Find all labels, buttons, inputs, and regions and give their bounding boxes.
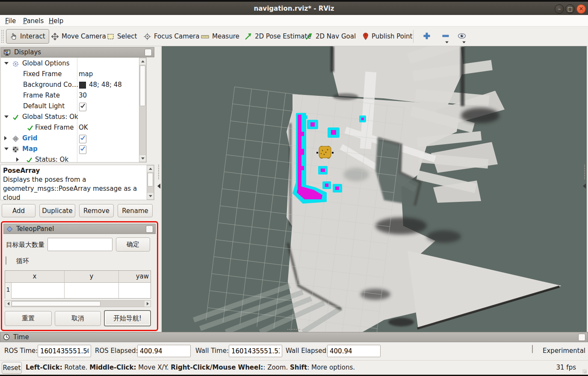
remove-tool-dropdown-icon[interactable] [445, 41, 449, 44]
description-line: geometry_msgs::PoseArray message as a cl… [3, 184, 144, 200]
duplicate-button[interactable]: Duplicate [39, 204, 75, 217]
expander-icon[interactable] [4, 62, 9, 65]
max-goal-input[interactable] [47, 238, 112, 251]
scroll-up-icon[interactable] [139, 58, 146, 65]
row-header[interactable]: 1 [5, 283, 12, 299]
start-navigation-button[interactable]: 开始导航! [104, 310, 151, 326]
loop-label: 循环 [16, 257, 29, 265]
expander-icon[interactable] [16, 157, 19, 162]
tool-2d-nav-goal[interactable]: 2D Nav Goal [302, 29, 359, 44]
close-icon[interactable]: ✕ [576, 4, 586, 14]
select-icon [107, 33, 114, 40]
add-tool-button[interactable] [421, 30, 433, 42]
expander-icon[interactable] [4, 148, 9, 150]
eye-icon [458, 33, 466, 39]
tree-row-grid[interactable]: Grid [1, 133, 146, 144]
column-header-yaw[interactable]: yaw [119, 272, 149, 280]
reset-time-button[interactable]: Reset [2, 362, 22, 374]
toolbar-drag-handle[interactable] [1, 30, 4, 43]
wall-elapsed-input[interactable] [327, 345, 381, 357]
right-splitter-collapse-icon[interactable] [583, 184, 586, 189]
scrollbar-thumb[interactable] [148, 173, 153, 187]
window-title: navigation.rviz* - RViz [0, 5, 588, 12]
frame-rate-value[interactable]: 30 [79, 92, 87, 99]
tree-row-fixed-frame-status[interactable]: Fixed Frame OK [1, 123, 146, 133]
wall-time-label: Wall Time: [195, 347, 229, 355]
right-splitter-handle[interactable] [584, 165, 585, 179]
reset-goals-button[interactable]: 重置 [5, 311, 52, 326]
tree-row-frame-rate[interactable]: Frame Rate 30 [1, 91, 146, 101]
tree-row-default-light[interactable]: Default Light [1, 101, 146, 112]
menu-help[interactable]: Help [46, 16, 66, 26]
minimize-icon[interactable]: – [555, 4, 564, 14]
scroll-left-icon[interactable] [5, 301, 11, 307]
goal-table-hscrollbar[interactable] [5, 300, 151, 307]
scrollbar-thumb[interactable] [140, 65, 145, 106]
column-header-x[interactable]: x [5, 272, 64, 280]
experimental-checkbox[interactable] [532, 345, 533, 353]
resize-grip[interactable] [582, 369, 587, 373]
tree-row-global-options[interactable]: Global Options [1, 59, 146, 69]
scroll-down-icon[interactable] [147, 193, 154, 199]
description-panel: PoseArray Displays the poses from a geom… [0, 165, 154, 200]
tree-row-map-status[interactable]: Status: Ok [1, 155, 146, 163]
tree-row-map[interactable]: Map [1, 144, 146, 155]
tree-row-global-status[interactable]: Global Status: Ok [1, 112, 146, 123]
tool-move-camera[interactable]: Move Camera [48, 29, 109, 44]
color-swatch[interactable] [79, 82, 86, 89]
tree-row-fixed-frame[interactable]: Fixed Frame map [1, 69, 146, 80]
default-light-checkbox[interactable] [79, 103, 86, 111]
tool-properties-button[interactable] [456, 30, 468, 42]
maximize-icon[interactable]: □ [565, 4, 575, 14]
confirm-button[interactable]: 确定 [116, 237, 150, 252]
time-float-button[interactable] [578, 334, 585, 341]
render-view[interactable] [162, 46, 587, 332]
ros-time-input[interactable] [38, 345, 91, 357]
tool-properties-dropdown-icon[interactable] [462, 41, 466, 44]
add-button[interactable]: Add [2, 204, 35, 217]
grid-checkbox[interactable] [79, 135, 86, 143]
tool-publish-point[interactable]: Publish Point [359, 29, 416, 44]
left-splitter-handle[interactable] [158, 165, 159, 179]
column-header-y[interactable]: y [65, 272, 118, 280]
focus-icon [144, 33, 151, 40]
left-splitter-collapse-icon[interactable] [157, 184, 160, 189]
wall-time-input[interactable] [229, 345, 282, 357]
fps-counter: 31 fps [556, 364, 576, 371]
ros-elapsed-input[interactable] [137, 345, 191, 357]
scroll-down-icon[interactable] [139, 155, 146, 162]
scrollbar-thumb[interactable] [12, 301, 100, 306]
rename-button[interactable]: Rename [118, 204, 153, 217]
teleop-panel-highlight: TeleopPanel 目标最大数量 确定 循环 x y yaw 1 重置 取消… [1, 221, 158, 331]
goal-table[interactable]: x y yaw 1 [5, 270, 151, 299]
description-scrollbar[interactable] [147, 165, 154, 200]
fixed-frame-value[interactable]: map [79, 70, 93, 78]
displays-float-button[interactable] [145, 49, 152, 56]
time-panel-header[interactable]: Time [0, 332, 588, 342]
scroll-right-icon[interactable] [145, 301, 151, 307]
expander-icon[interactable] [4, 115, 9, 118]
cancel-button[interactable]: 取消 [55, 311, 101, 326]
expander-icon[interactable] [4, 136, 7, 140]
tool-select[interactable]: Select [103, 29, 140, 44]
grid-icon [12, 135, 19, 142]
displays-scrollbar[interactable] [139, 58, 146, 162]
tool-focus-camera[interactable]: Focus Camera [140, 29, 203, 44]
tool-measure[interactable]: Measure [198, 29, 243, 44]
teleop-panel-header[interactable]: TeleopPanel [3, 224, 156, 234]
menu-panels[interactable]: Panels [21, 16, 46, 26]
time-panel: ROS Time: ROS Elapsed: Wall Time: Wall E… [0, 342, 588, 360]
loop-checkbox[interactable] [6, 256, 6, 265]
scroll-up-icon[interactable] [147, 166, 154, 172]
menu-file[interactable]: File [3, 16, 18, 26]
tool-interact[interactable]: Interact [6, 29, 49, 44]
tree-row-background-color[interactable]: Background Co… 48; 48; 48 [1, 80, 146, 91]
bottom-splitter-handle[interactable] [287, 329, 300, 330]
map-checkbox[interactable] [79, 145, 86, 154]
displays-tree: Global Options Fixed Frame map Backgroun… [0, 57, 147, 163]
remove-button[interactable]: Remove [79, 204, 114, 217]
background-color-value[interactable]: 48; 48; 48 [89, 81, 122, 89]
displays-panel-header[interactable]: Displays [0, 47, 154, 57]
remove-tool-button[interactable] [440, 30, 452, 42]
teleop-float-button[interactable] [146, 225, 153, 233]
